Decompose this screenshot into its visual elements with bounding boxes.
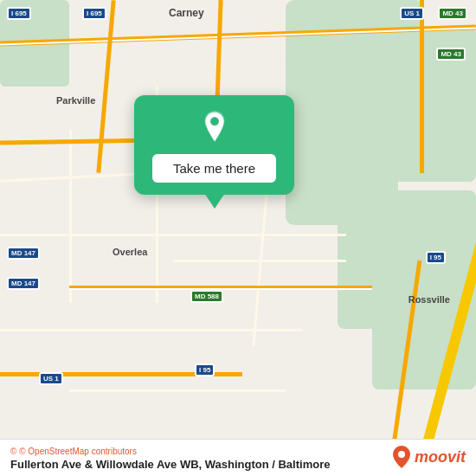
svg-point-0: [210, 117, 219, 125]
town-rossville: Rossville: [408, 294, 450, 305]
shield-i95: I 95: [426, 251, 446, 264]
shield-i95-2: I 95: [195, 363, 215, 376]
shield-i695-2: I 695: [7, 7, 31, 20]
shield-i695: I 695: [82, 7, 106, 20]
location-pin-icon: [199, 111, 230, 142]
town-parkville: Parkville: [56, 95, 95, 106]
moovit-logo: moovit: [392, 445, 466, 469]
moovit-pin-icon: [392, 445, 411, 469]
map-container: I 695 I 695 US 1 MD 43 MD 43 MD 147 MD 1…: [0, 0, 476, 476]
street: [69, 130, 72, 303]
shield-md147: MD 147: [7, 247, 40, 260]
popup-tail: [204, 193, 225, 209]
shield-md43: MD 43: [438, 7, 467, 20]
street: [0, 234, 346, 236]
street: [173, 260, 346, 262]
shield-md43-2: MD 43: [436, 48, 466, 61]
shield-us1-bottom: US 1: [39, 372, 63, 385]
shield-md588: MD 588: [190, 290, 223, 303]
map-popup: Take me there: [134, 95, 294, 195]
take-me-there-button[interactable]: Take me there: [152, 154, 276, 183]
major-road: [420, 0, 424, 173]
street: [69, 389, 286, 392]
shield-md147-2: MD 147: [7, 277, 40, 290]
shield-us1-top: US 1: [400, 7, 424, 20]
town-carney: Carney: [169, 7, 204, 19]
town-overlea: Overlea: [113, 247, 147, 257]
street: [0, 329, 303, 331]
svg-point-1: [398, 451, 405, 458]
moovit-brand-text: moovit: [415, 448, 466, 466]
attribution-osm: © OpenStreetMap contributors: [19, 447, 137, 456]
attribution-symbol: ©: [10, 447, 16, 456]
map-footer: © © OpenStreetMap contributors Fullerton…: [0, 439, 476, 476]
